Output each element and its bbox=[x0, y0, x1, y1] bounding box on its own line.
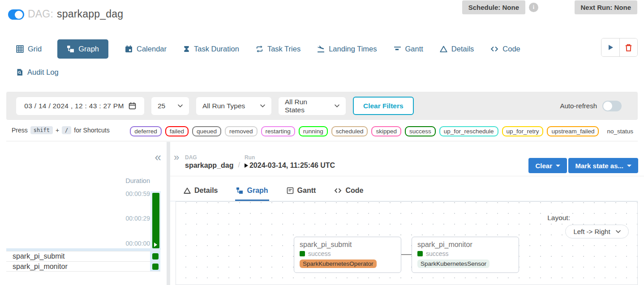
tab-grid[interactable]: Grid bbox=[16, 39, 42, 59]
mark-state-button[interactable]: Mark state as... bbox=[568, 158, 638, 173]
legend-badge[interactable]: deferred bbox=[130, 126, 161, 136]
base-date-input[interactable]: 03 / 14 / 2024 , 12 : 43 : 27 PM bbox=[16, 97, 144, 115]
run-tab-graph[interactable]: Graph bbox=[235, 181, 269, 201]
info-icon[interactable]: i bbox=[529, 3, 538, 12]
expand-breadcrumb-icon[interactable]: » bbox=[174, 153, 179, 162]
tab-task-tries[interactable]: Task Tries bbox=[256, 39, 301, 59]
breadcrumb-run-label: Run bbox=[245, 154, 335, 161]
task-row[interactable]: spark_pi_submit bbox=[6, 251, 160, 261]
tab-label: Gantt bbox=[297, 187, 316, 195]
legend-badge[interactable]: no_status bbox=[602, 126, 638, 136]
layout-value: Left -> Right bbox=[573, 228, 610, 235]
run-tab-code[interactable]: Code bbox=[333, 181, 364, 201]
legend-badge[interactable]: skipped bbox=[371, 126, 401, 136]
tab-label: Task Duration bbox=[194, 45, 239, 53]
tab-details[interactable]: Details bbox=[440, 39, 474, 59]
task-name[interactable]: spark_pi_monitor bbox=[6, 263, 68, 271]
graph-node-spark-pi-submit[interactable]: spark_pi_submit success SparkKubernetesO… bbox=[294, 237, 401, 273]
node-state: success bbox=[426, 250, 449, 257]
warning-triangle-icon bbox=[440, 45, 447, 53]
run-header: » DAG sparkapp_dag / Run 2024-03-14, 11:… bbox=[170, 142, 644, 176]
run-tabs: Details Graph Gantt Code bbox=[170, 181, 638, 201]
graph-node-spark-pi-monitor[interactable]: spark_pi_monitor success SparkKubernetes… bbox=[412, 237, 519, 273]
graph-canvas[interactable]: Layout: Left -> Right spark_pi_submit su… bbox=[176, 201, 638, 285]
task-row[interactable]: spark_pi_monitor bbox=[6, 261, 160, 272]
run-states-value: All Run States bbox=[285, 98, 328, 114]
tab-code[interactable]: Code bbox=[490, 39, 520, 59]
breadcrumb-dag-name[interactable]: sparkapp_dag bbox=[185, 162, 233, 170]
repeat-icon bbox=[256, 45, 263, 53]
legend-badge[interactable]: scheduled bbox=[331, 126, 368, 136]
chevron-down-icon bbox=[178, 104, 183, 108]
base-date-value: 03 / 14 / 2024 , 12 : 43 : 27 PM bbox=[24, 102, 124, 110]
gantt-icon bbox=[394, 45, 401, 53]
button-label: Mark state as... bbox=[575, 162, 623, 170]
sitemap-icon bbox=[67, 45, 74, 53]
run-types-select[interactable]: All Run Types bbox=[196, 97, 271, 115]
num-runs-select[interactable]: 25 bbox=[151, 97, 189, 115]
hourglass-icon bbox=[183, 45, 190, 53]
task-name[interactable]: spark_pi_submit bbox=[6, 252, 65, 260]
tab-label: Code bbox=[345, 187, 363, 195]
tab-graph[interactable]: Graph bbox=[57, 39, 108, 59]
panel-resize-handle[interactable] bbox=[167, 142, 170, 285]
legend-badge[interactable]: restarting bbox=[261, 126, 295, 136]
legend-badge[interactable]: failed bbox=[165, 126, 189, 136]
next-run-badge: Next Run: None bbox=[575, 0, 638, 14]
breadcrumb: DAG sparkapp_dag / Run 2024-03-14, 11:25… bbox=[185, 154, 335, 170]
run-states-select[interactable]: All Run States bbox=[279, 97, 346, 115]
tab-label: Audit Log bbox=[27, 68, 59, 77]
auto-refresh-label: Auto-refresh bbox=[560, 102, 597, 110]
task-instance-square[interactable] bbox=[152, 253, 159, 259]
legend-badge[interactable]: removed bbox=[225, 126, 258, 136]
tab-landing-times[interactable]: Landing Times bbox=[317, 39, 377, 59]
tab-calendar[interactable]: Calendar bbox=[125, 39, 167, 59]
node-state: success bbox=[308, 250, 331, 257]
clear-filters-button[interactable]: Clear Filters bbox=[353, 97, 414, 115]
breadcrumb-run-value[interactable]: 2024-03-14, 11:25:46 UTC bbox=[245, 162, 335, 170]
dag-run-duration-bar[interactable] bbox=[152, 193, 159, 248]
trigger-dag-button[interactable] bbox=[601, 38, 619, 56]
tab-label: Graph bbox=[78, 45, 99, 53]
filter-bar: 03 / 14 / 2024 , 12 : 43 : 27 PM 25 All … bbox=[6, 92, 638, 120]
dag-actions bbox=[601, 38, 638, 57]
collapse-panel-icon[interactable]: « bbox=[155, 153, 161, 162]
toggle-knob bbox=[603, 102, 612, 111]
legend-badge[interactable]: running bbox=[299, 126, 328, 136]
page-title: DAG:sparkapp_dag bbox=[28, 8, 123, 20]
airflow-dag-page: DAG:sparkapp_dag Schedule: None i Next R… bbox=[0, 0, 644, 285]
tab-audit-log[interactable]: Audit Log bbox=[16, 63, 59, 82]
delete-dag-button[interactable] bbox=[619, 38, 637, 56]
toggle-knob bbox=[15, 11, 23, 19]
legend-badge[interactable]: up_for_reschedule bbox=[439, 126, 498, 136]
auto-refresh-control: Auto-refresh bbox=[560, 101, 622, 111]
legend-badge[interactable]: queued bbox=[192, 126, 221, 136]
main-nav-row2: Audit Log bbox=[16, 63, 75, 81]
trash-icon bbox=[625, 44, 632, 51]
tab-gantt[interactable]: Gantt bbox=[394, 39, 423, 59]
page-header: DAG:sparkapp_dag Schedule: None i Next R… bbox=[0, 0, 644, 28]
main-nav: Grid Graph Calendar Task Duration Task T… bbox=[16, 38, 537, 60]
dag-pause-toggle[interactable] bbox=[8, 9, 24, 20]
state-legend: deferred failed queued removed restartin… bbox=[130, 126, 638, 136]
sitemap-icon bbox=[236, 187, 243, 194]
calendar-small-icon[interactable] bbox=[129, 102, 136, 110]
legend-badge[interactable]: upstream_failed bbox=[547, 126, 599, 136]
legend-badge[interactable]: success bbox=[405, 126, 436, 136]
shift-key: shift bbox=[30, 126, 53, 134]
play-icon bbox=[607, 44, 614, 51]
tab-task-duration[interactable]: Task Duration bbox=[183, 39, 239, 59]
run-tab-gantt[interactable]: Gantt bbox=[286, 181, 317, 201]
clear-run-button[interactable]: Clear bbox=[528, 158, 567, 173]
task-instance-square[interactable] bbox=[152, 264, 159, 270]
calendar-icon bbox=[125, 45, 133, 53]
layout-label: Layout: bbox=[547, 214, 570, 222]
layout-select[interactable]: Left -> Right bbox=[565, 225, 629, 238]
run-state-icon bbox=[245, 163, 248, 168]
auto-refresh-toggle[interactable] bbox=[602, 101, 622, 111]
run-tab-details[interactable]: Details bbox=[183, 181, 219, 201]
grid-panel: « Duration 00:00:59 00:00:29 00:00:00 sp… bbox=[0, 142, 167, 285]
dag-prefix-label: DAG: bbox=[28, 8, 53, 20]
legend-badge[interactable]: up_for_retry bbox=[502, 126, 544, 136]
chevron-down-icon bbox=[260, 104, 265, 108]
